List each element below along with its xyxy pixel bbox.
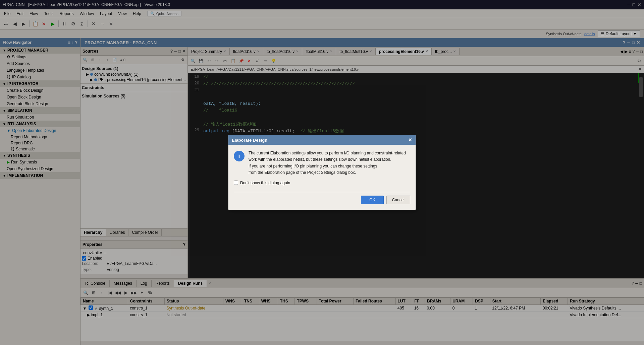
dialog-checkbox-row: Don't show this dialog again (234, 181, 410, 185)
dialog-cancel-button[interactable]: Cancel (386, 196, 410, 204)
dialog-info-icon: i (234, 151, 245, 161)
dialog-close-button[interactable]: ✕ (408, 137, 412, 143)
dialog-title: Elaborate Design (232, 138, 267, 143)
dialog-ok-button[interactable]: OK (361, 196, 383, 204)
dialog-msg-line2: work with the elaborated netlist, but th… (249, 157, 391, 162)
dialog-title-bar: Elaborate Design ✕ (228, 135, 416, 145)
dialog-msg-line4: from the Elaboration page of the Project… (249, 170, 356, 175)
dialog-body: i The current Elaboration settings allow… (228, 145, 416, 210)
dialog-overlay: Elaborate Design ✕ i The current Elabora… (0, 0, 644, 345)
dont-show-again-label: Don't show this dialog again (240, 181, 290, 185)
elaborate-design-dialog: Elaborate Design ✕ i The current Elabora… (228, 135, 416, 210)
dialog-msg-line3: If you are not performing I/O pin planni… (249, 164, 377, 168)
dialog-info-section: i The current Elaboration settings allow… (234, 150, 410, 176)
dont-show-again-checkbox[interactable] (234, 181, 238, 185)
dialog-msg-line1: The current Elaboration settings allow y… (249, 151, 406, 155)
dialog-message: The current Elaboration settings allow y… (249, 150, 406, 176)
dialog-buttons: OK Cancel (234, 192, 410, 204)
